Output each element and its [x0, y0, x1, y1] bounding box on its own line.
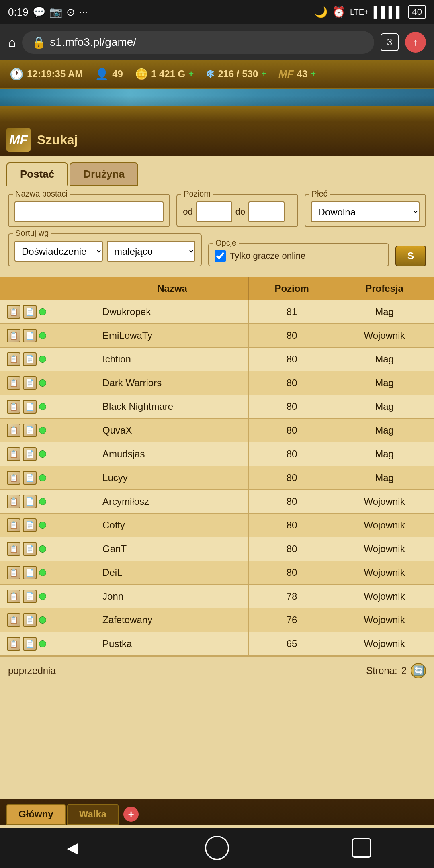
table-row[interactable]: 📋 📄 Dark Warriors 80 Mag: [0, 371, 434, 395]
action-icon-1[interactable]: 📋: [7, 471, 20, 485]
table-row[interactable]: 📋 📄 Zafetowany 76 Wojownik: [0, 608, 434, 632]
player-name[interactable]: Coffy: [96, 514, 249, 537]
gold-plus-icon[interactable]: +: [188, 69, 194, 79]
table-row[interactable]: 📋 📄 Pustka 65 Wojownik: [0, 632, 434, 656]
back-button[interactable]: ◀: [56, 832, 88, 864]
player-name[interactable]: Amudsjas: [96, 442, 249, 466]
action-icon-1[interactable]: 📋: [7, 329, 20, 342]
sort-by-select[interactable]: Doświadczenie Poziom Nazwa: [14, 241, 103, 262]
action-icon-1[interactable]: 📋: [7, 566, 20, 579]
table-row[interactable]: 📋 📄 Dwukropek 81 Mag: [0, 300, 434, 324]
home-icon[interactable]: ⌂: [8, 35, 16, 50]
upload-button[interactable]: ↑: [405, 32, 426, 53]
table-row[interactable]: 📋 📄 DeiL 80 Wojownik: [0, 561, 434, 585]
points-plus-icon[interactable]: +: [261, 69, 266, 79]
action-icon-2[interactable]: 📄: [23, 518, 37, 532]
action-icon-1[interactable]: 📋: [7, 518, 20, 532]
action-icon-2[interactable]: 📄: [23, 376, 37, 390]
action-icon-2[interactable]: 📄: [23, 424, 37, 437]
table-row[interactable]: 📋 📄 Arcymiłosz 80 Wojownik: [0, 490, 434, 514]
player-class: Wojownik: [335, 585, 434, 608]
player-class: Mag: [335, 371, 434, 395]
action-icon-2[interactable]: 📄: [23, 400, 37, 414]
signal-icon: ▌▌▌▌: [374, 6, 403, 18]
table-row[interactable]: 📋 📄 Lucyy 80 Mag: [0, 466, 434, 490]
tab-count[interactable]: 3: [381, 33, 399, 51]
action-icon-1[interactable]: 📋: [7, 305, 20, 319]
player-name[interactable]: Black Nightmare: [96, 395, 249, 419]
action-icon-1[interactable]: 📋: [7, 447, 20, 461]
table-row[interactable]: 📋 📄 QuvaX 80 Mag: [0, 419, 434, 442]
prev-page[interactable]: poprzednia: [8, 665, 56, 676]
action-icon-2[interactable]: 📄: [23, 495, 37, 508]
action-icon-1[interactable]: 📋: [7, 376, 20, 390]
action-icon-2[interactable]: 📄: [23, 590, 37, 603]
player-name[interactable]: Jonn: [96, 585, 249, 608]
action-icon-1[interactable]: 📋: [7, 495, 20, 508]
player-name[interactable]: EmiLowaTy: [96, 324, 249, 348]
player-name[interactable]: Arcymiłosz: [96, 490, 249, 514]
page-info: Strona: 2 🔄: [366, 663, 426, 678]
player-level: 80: [249, 324, 335, 348]
action-icon-1[interactable]: 📋: [7, 400, 20, 414]
action-icon-2[interactable]: 📄: [23, 329, 37, 342]
online-status-dot: [39, 545, 46, 553]
lock-icon: 🔒: [32, 36, 46, 49]
action-icon-2[interactable]: 📄: [23, 305, 37, 319]
player-name[interactable]: QuvaX: [96, 419, 249, 442]
action-icon-1[interactable]: 📋: [7, 590, 20, 603]
action-icon-2[interactable]: 📄: [23, 447, 37, 461]
url-bar[interactable]: 🔒 s1.mfo3.pl/game/: [22, 31, 374, 54]
tab-druzyna[interactable]: Drużyna: [70, 162, 138, 186]
mf-plus-icon[interactable]: +: [311, 69, 316, 79]
chat-tab-glowny[interactable]: Główny: [6, 804, 66, 825]
table-row[interactable]: 📋 📄 Black Nightmare 80 Mag: [0, 395, 434, 419]
instagram-icon: 📷: [49, 6, 62, 18]
table-row[interactable]: 📋 📄 Jonn 78 Wojownik: [0, 585, 434, 608]
action-icon-2[interactable]: 📄: [23, 542, 37, 556]
action-icon-2[interactable]: 📄: [23, 637, 37, 651]
player-name[interactable]: Lucyy: [96, 466, 249, 490]
action-icon-1[interactable]: 📋: [7, 424, 20, 437]
sort-order-select[interactable]: malejąco rosnąco: [107, 241, 195, 262]
online-status-dot: [39, 379, 46, 387]
more-icon: ···: [79, 6, 88, 18]
player-name[interactable]: Pustka: [96, 632, 249, 656]
table-row[interactable]: 📋 📄 EmiLowaTy 80 Wojownik: [0, 324, 434, 348]
action-icon-2[interactable]: 📄: [23, 613, 37, 627]
recents-button[interactable]: [346, 832, 378, 864]
refresh-icon[interactable]: 🔄: [411, 663, 426, 678]
action-icon-2[interactable]: 📄: [23, 471, 37, 485]
plec-select[interactable]: Dowolna Kobieta Mężczyzna: [311, 201, 420, 222]
table-row[interactable]: 📋 📄 Coffy 80 Wojownik: [0, 514, 434, 537]
home-button[interactable]: [201, 832, 233, 864]
action-icon-1[interactable]: 📋: [7, 542, 20, 556]
action-icon-2[interactable]: 📄: [23, 352, 37, 366]
action-icon-2[interactable]: 📄: [23, 566, 37, 579]
search-button[interactable]: S: [395, 246, 426, 266]
player-name[interactable]: GanT: [96, 537, 249, 561]
table-row[interactable]: 📋 📄 Ichtion 80 Mag: [0, 348, 434, 371]
player-name[interactable]: Dwukropek: [96, 300, 249, 324]
tab-postac[interactable]: Postać: [6, 162, 68, 186]
od-label: od: [183, 207, 192, 217]
player-name[interactable]: Ichtion: [96, 348, 249, 371]
player-name[interactable]: Dark Warriors: [96, 371, 249, 395]
table-row[interactable]: 📋 📄 GanT 80 Wojownik: [0, 537, 434, 561]
sortuj-fieldset: Sortuj wg Doświadczenie Poziom Nazwa mal…: [8, 233, 202, 266]
online-checkbox[interactable]: [215, 250, 226, 262]
action-icon-1[interactable]: 📋: [7, 637, 20, 651]
nazwa-input[interactable]: [14, 201, 164, 222]
chat-tab-walka[interactable]: Walka: [67, 804, 119, 825]
col-icons: [0, 277, 96, 300]
player-name[interactable]: Zafetowany: [96, 608, 249, 632]
action-icon-1[interactable]: 📋: [7, 613, 20, 627]
action-icon-1[interactable]: 📋: [7, 352, 20, 366]
level-to-input[interactable]: [248, 201, 285, 222]
poziom-label: Poziom: [181, 189, 213, 199]
level-from-input[interactable]: [196, 201, 232, 222]
col-poziom: Poziom: [249, 277, 335, 300]
player-name[interactable]: DeiL: [96, 561, 249, 585]
chat-add-tab-button[interactable]: +: [123, 807, 139, 822]
table-row[interactable]: 📋 📄 Amudsjas 80 Mag: [0, 442, 434, 466]
